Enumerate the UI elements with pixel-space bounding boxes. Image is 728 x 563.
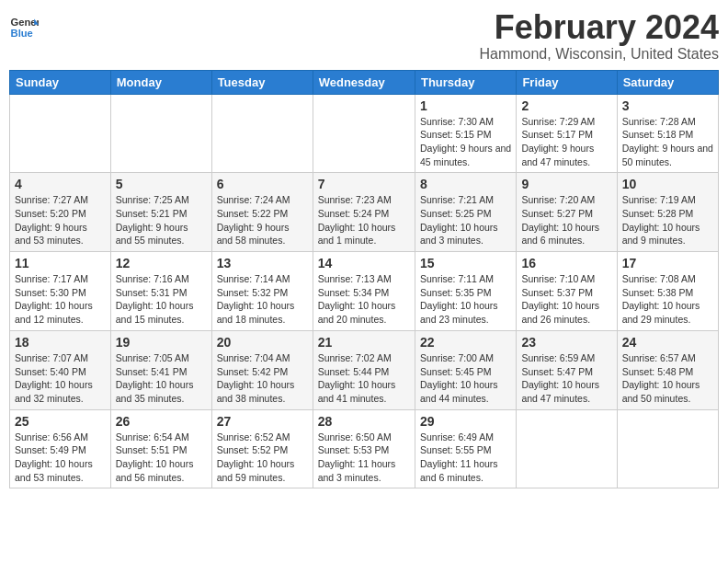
calendar-cell: 21Sunrise: 7:02 AM Sunset: 5:44 PM Dayli… <box>313 330 415 409</box>
page-header: General Blue February 2024 Hammond, Wisc… <box>9 9 719 63</box>
day-number: 4 <box>15 177 106 191</box>
day-info: Sunrise: 7:02 AM Sunset: 5:44 PM Dayligh… <box>318 351 410 406</box>
calendar-cell: 8Sunrise: 7:21 AM Sunset: 5:25 PM Daylig… <box>415 173 516 252</box>
day-number: 17 <box>622 256 713 270</box>
calendar-week-row: 25Sunrise: 6:56 AM Sunset: 5:49 PM Dayli… <box>10 409 719 488</box>
calendar-cell: 4Sunrise: 7:27 AM Sunset: 5:20 PM Daylig… <box>10 173 111 252</box>
column-header-tuesday: Tuesday <box>211 70 313 94</box>
calendar-cell: 29Sunrise: 6:49 AM Sunset: 5:55 PM Dayli… <box>415 409 516 488</box>
calendar-cell: 27Sunrise: 6:52 AM Sunset: 5:52 PM Dayli… <box>211 409 313 488</box>
day-number: 25 <box>15 414 106 429</box>
day-info: Sunrise: 6:50 AM Sunset: 5:53 PM Dayligh… <box>318 431 410 485</box>
calendar-header-row: SundayMondayTuesdayWednesdayThursdayFrid… <box>10 70 719 94</box>
day-info: Sunrise: 6:56 AM Sunset: 5:49 PM Dayligh… <box>15 431 106 485</box>
calendar-cell: 9Sunrise: 7:20 AM Sunset: 5:27 PM Daylig… <box>517 173 617 252</box>
calendar-cell: 12Sunrise: 7:16 AM Sunset: 5:31 PM Dayli… <box>110 252 211 331</box>
day-info: Sunrise: 7:16 AM Sunset: 5:31 PM Dayligh… <box>116 272 207 327</box>
day-info: Sunrise: 6:57 AM Sunset: 5:48 PM Dayligh… <box>622 351 713 406</box>
day-number: 20 <box>217 335 308 350</box>
day-number: 8 <box>420 177 511 191</box>
calendar-cell <box>110 94 211 173</box>
day-info: Sunrise: 6:59 AM Sunset: 5:47 PM Dayligh… <box>521 351 611 406</box>
day-info: Sunrise: 7:10 AM Sunset: 5:37 PM Dayligh… <box>521 272 611 327</box>
calendar-week-row: 4Sunrise: 7:27 AM Sunset: 5:20 PM Daylig… <box>10 173 719 252</box>
day-number: 24 <box>622 335 713 350</box>
page-title: February 2024 <box>479 9 719 46</box>
day-number: 21 <box>318 335 410 350</box>
day-info: Sunrise: 7:21 AM Sunset: 5:25 PM Dayligh… <box>420 193 511 247</box>
calendar-cell: 3Sunrise: 7:28 AM Sunset: 5:18 PM Daylig… <box>617 94 718 173</box>
day-number: 10 <box>622 177 713 191</box>
column-header-friday: Friday <box>517 70 617 94</box>
calendar-cell: 14Sunrise: 7:13 AM Sunset: 5:34 PM Dayli… <box>313 252 415 331</box>
calendar-cell: 6Sunrise: 7:24 AM Sunset: 5:22 PM Daylig… <box>211 173 313 252</box>
day-info: Sunrise: 7:14 AM Sunset: 5:32 PM Dayligh… <box>217 272 308 327</box>
day-number: 13 <box>217 256 308 270</box>
calendar-cell <box>617 409 718 488</box>
day-number: 11 <box>15 256 106 270</box>
day-number: 29 <box>420 414 511 429</box>
day-number: 9 <box>521 177 611 191</box>
calendar-cell: 16Sunrise: 7:10 AM Sunset: 5:37 PM Dayli… <box>517 252 617 331</box>
day-number: 12 <box>116 256 207 270</box>
calendar-cell <box>10 94 111 173</box>
calendar-cell: 22Sunrise: 7:00 AM Sunset: 5:45 PM Dayli… <box>415 330 516 409</box>
day-number: 1 <box>420 98 511 113</box>
column-header-thursday: Thursday <box>415 70 516 94</box>
calendar-cell: 10Sunrise: 7:19 AM Sunset: 5:28 PM Dayli… <box>617 173 718 252</box>
calendar-week-row: 18Sunrise: 7:07 AM Sunset: 5:40 PM Dayli… <box>10 330 719 409</box>
day-info: Sunrise: 7:19 AM Sunset: 5:28 PM Dayligh… <box>622 193 713 247</box>
day-number: 18 <box>15 335 106 350</box>
calendar-cell: 1Sunrise: 7:30 AM Sunset: 5:15 PM Daylig… <box>415 94 516 173</box>
day-info: Sunrise: 7:24 AM Sunset: 5:22 PM Dayligh… <box>217 193 308 247</box>
day-info: Sunrise: 7:29 AM Sunset: 5:17 PM Dayligh… <box>521 115 611 169</box>
day-number: 23 <box>521 335 611 350</box>
column-header-monday: Monday <box>110 70 211 94</box>
day-info: Sunrise: 7:20 AM Sunset: 5:27 PM Dayligh… <box>521 193 611 247</box>
logo-icon: General Blue <box>9 13 39 42</box>
day-number: 22 <box>420 335 511 350</box>
logo: General Blue <box>9 13 39 42</box>
day-number: 28 <box>318 414 410 429</box>
day-info: Sunrise: 7:28 AM Sunset: 5:18 PM Dayligh… <box>622 115 713 169</box>
day-info: Sunrise: 6:49 AM Sunset: 5:55 PM Dayligh… <box>420 431 511 485</box>
calendar-cell <box>517 409 617 488</box>
calendar-week-row: 11Sunrise: 7:17 AM Sunset: 5:30 PM Dayli… <box>10 252 719 331</box>
calendar-cell: 23Sunrise: 6:59 AM Sunset: 5:47 PM Dayli… <box>517 330 617 409</box>
day-number: 3 <box>622 98 713 113</box>
day-number: 14 <box>318 256 410 270</box>
day-info: Sunrise: 7:17 AM Sunset: 5:30 PM Dayligh… <box>15 272 106 327</box>
day-info: Sunrise: 7:30 AM Sunset: 5:15 PM Dayligh… <box>420 115 511 169</box>
day-info: Sunrise: 7:08 AM Sunset: 5:38 PM Dayligh… <box>622 272 713 327</box>
day-info: Sunrise: 7:00 AM Sunset: 5:45 PM Dayligh… <box>420 351 511 406</box>
svg-text:Blue: Blue <box>11 28 33 39</box>
calendar-cell: 24Sunrise: 6:57 AM Sunset: 5:48 PM Dayli… <box>617 330 718 409</box>
title-area: February 2024 Hammond, Wisconsin, United… <box>479 9 719 63</box>
column-header-wednesday: Wednesday <box>313 70 415 94</box>
calendar-week-row: 1Sunrise: 7:30 AM Sunset: 5:15 PM Daylig… <box>10 94 719 173</box>
calendar-cell: 7Sunrise: 7:23 AM Sunset: 5:24 PM Daylig… <box>313 173 415 252</box>
day-number: 27 <box>217 414 308 429</box>
day-info: Sunrise: 7:23 AM Sunset: 5:24 PM Dayligh… <box>318 193 410 247</box>
day-info: Sunrise: 6:52 AM Sunset: 5:52 PM Dayligh… <box>217 431 308 485</box>
calendar-cell <box>211 94 313 173</box>
calendar-cell: 25Sunrise: 6:56 AM Sunset: 5:49 PM Dayli… <box>10 409 111 488</box>
day-info: Sunrise: 7:05 AM Sunset: 5:41 PM Dayligh… <box>116 351 207 406</box>
day-number: 16 <box>521 256 611 270</box>
day-info: Sunrise: 7:04 AM Sunset: 5:42 PM Dayligh… <box>217 351 308 406</box>
day-number: 26 <box>116 414 207 429</box>
calendar-cell: 11Sunrise: 7:17 AM Sunset: 5:30 PM Dayli… <box>10 252 111 331</box>
day-number: 5 <box>116 177 207 191</box>
calendar-table: SundayMondayTuesdayWednesdayThursdayFrid… <box>9 70 719 489</box>
day-number: 2 <box>521 98 611 113</box>
calendar-cell <box>313 94 415 173</box>
day-number: 6 <box>217 177 308 191</box>
calendar-cell: 26Sunrise: 6:54 AM Sunset: 5:51 PM Dayli… <box>110 409 211 488</box>
calendar-cell: 20Sunrise: 7:04 AM Sunset: 5:42 PM Dayli… <box>211 330 313 409</box>
calendar-cell: 5Sunrise: 7:25 AM Sunset: 5:21 PM Daylig… <box>110 173 211 252</box>
day-info: Sunrise: 7:07 AM Sunset: 5:40 PM Dayligh… <box>15 351 106 406</box>
calendar-cell: 13Sunrise: 7:14 AM Sunset: 5:32 PM Dayli… <box>211 252 313 331</box>
day-info: Sunrise: 7:13 AM Sunset: 5:34 PM Dayligh… <box>318 272 410 327</box>
calendar-cell: 17Sunrise: 7:08 AM Sunset: 5:38 PM Dayli… <box>617 252 718 331</box>
calendar-cell: 28Sunrise: 6:50 AM Sunset: 5:53 PM Dayli… <box>313 409 415 488</box>
